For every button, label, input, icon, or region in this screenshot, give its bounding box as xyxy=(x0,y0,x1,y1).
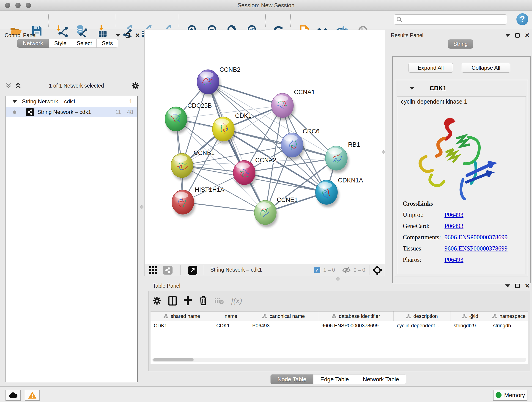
node-table: shared namenamecanonical namedatabase id… xyxy=(151,311,528,364)
help-button[interactable]: ? xyxy=(516,13,528,25)
main-toolbar: ? xyxy=(0,11,532,29)
column-header-database-identifier[interactable]: database identifier xyxy=(318,312,394,321)
maximize-panel-icon[interactable] xyxy=(126,33,130,38)
network-canvas[interactable]: CCNB2CCNA1CDC25BCDK1CDC6RB1CCNB1CCNA2CDK… xyxy=(144,30,385,264)
node-label-HIST1H1A: HIST1H1A xyxy=(195,186,224,193)
grid-view-button[interactable] xyxy=(149,266,157,275)
node-RB1[interactable] xyxy=(325,146,349,173)
maximize-panel-icon[interactable] xyxy=(515,33,520,38)
horizontal-scrollbar[interactable] xyxy=(152,358,526,362)
detach-view-button[interactable] xyxy=(188,266,197,275)
column-header-shared-name[interactable]: shared name xyxy=(151,312,213,321)
selected-counter: 1 – 0 xyxy=(323,267,335,273)
crosslink-tissues[interactable]: 9606.ENSP00000378699 xyxy=(444,245,507,252)
function-builder-button[interactable]: f(x) xyxy=(231,296,242,305)
node-CCNA1[interactable] xyxy=(272,93,295,120)
tree-expand-icon[interactable] xyxy=(12,100,17,103)
network-collection-row[interactable]: String Network – cdk1 1 xyxy=(6,96,137,107)
column-header-label: namespace xyxy=(500,313,526,319)
delete-column-button[interactable] xyxy=(199,296,207,306)
table-cell[interactable]: stringdb xyxy=(490,321,528,330)
node-CCNB2[interactable] xyxy=(197,70,220,97)
expand-all-button[interactable]: Expand All xyxy=(409,63,453,73)
toolbar-separator xyxy=(265,14,266,27)
gene-details: cyclin-dependent kinase 1 xyxy=(397,96,526,274)
warnings-button[interactable] xyxy=(25,390,40,401)
node-label-CDC6: CDC6 xyxy=(303,128,320,135)
global-search-field[interactable] xyxy=(394,14,507,25)
right-splitter-handle[interactable] xyxy=(382,150,385,153)
collapse-all-button[interactable]: Collapse All xyxy=(462,63,510,73)
float-panel-icon[interactable] xyxy=(505,34,510,37)
memory-button[interactable]: Memory xyxy=(493,390,527,401)
results-panel-title: Results Panel xyxy=(391,32,423,38)
node-CDKN1A[interactable] xyxy=(316,180,339,207)
hidden-counter: 0 – 0 xyxy=(354,267,365,273)
crosslink-compartments[interactable]: 9606.ENSP00000378699 xyxy=(444,234,507,241)
tab-style[interactable]: Style xyxy=(49,39,72,48)
scrollbar-thumb[interactable] xyxy=(153,358,194,361)
close-panel-icon[interactable]: ✕ xyxy=(525,284,530,288)
column-header-namespace[interactable]: namespace xyxy=(490,312,528,321)
tab-edge-table[interactable]: Edge Table xyxy=(313,374,356,384)
tab-network[interactable]: Network xyxy=(17,39,49,48)
node-HIST1H1A[interactable] xyxy=(172,190,195,217)
crosslink-uniprot[interactable]: P06493 xyxy=(444,211,463,218)
expand-all-icon[interactable] xyxy=(15,83,22,89)
table-cell[interactable]: CDK1 xyxy=(151,321,213,330)
tab-sets[interactable]: Sets xyxy=(97,39,118,48)
left-splitter-handle[interactable] xyxy=(140,205,143,209)
table-header-row: shared namenamecanonical namedatabase id… xyxy=(151,312,528,321)
network-view-mode-button[interactable] xyxy=(163,266,172,274)
tab-string[interactable]: String xyxy=(448,39,473,49)
show-columns-button[interactable] xyxy=(168,296,177,306)
cloud-status-button[interactable] xyxy=(6,390,21,401)
control-panel: Control Panel ✕ Network Style Select Set… xyxy=(3,30,142,384)
birds-eye-toggle-button[interactable] xyxy=(373,265,382,276)
selected-nodes-checkbox[interactable]: ✓ xyxy=(314,267,320,273)
gear-icon[interactable] xyxy=(131,82,139,90)
float-panel-icon[interactable] xyxy=(505,284,510,287)
column-header-label: canonical name xyxy=(269,313,305,319)
table-gear-button[interactable] xyxy=(152,296,162,305)
node-CCNE1[interactable] xyxy=(254,200,278,227)
tab-node-table[interactable]: Node Table xyxy=(270,374,313,384)
table-row[interactable]: CDK1CDK1P064939606.ENSP00000378699cyclin… xyxy=(151,321,528,330)
column-header-description[interactable]: description xyxy=(394,312,450,321)
crosslink-label: GeneCard: xyxy=(403,223,444,230)
node-CCNA2[interactable] xyxy=(233,160,257,187)
crosslink-pharos[interactable]: P06493 xyxy=(444,256,463,263)
crosslink-label: Pharos: xyxy=(403,256,444,263)
node-CDK1[interactable] xyxy=(212,117,236,144)
column-header-name[interactable]: name xyxy=(213,312,249,321)
close-panel-icon[interactable]: ✕ xyxy=(135,33,140,38)
collapse-gene-icon[interactable] xyxy=(409,87,414,90)
table-cell[interactable]: cyclin-dependent ... xyxy=(394,321,450,330)
create-column-button[interactable] xyxy=(184,296,192,305)
collapse-all-icon[interactable] xyxy=(5,83,12,89)
gene-name: CDK1 xyxy=(430,85,447,92)
delete-table-button[interactable] xyxy=(214,297,224,305)
edge-CCNE1-HIST1H1A[interactable] xyxy=(183,202,265,212)
tab-select[interactable]: Select xyxy=(72,39,97,48)
table-cell[interactable]: 9606.ENSP00000378699 xyxy=(318,321,394,330)
crosslink-genecard[interactable]: P06493 xyxy=(444,223,463,230)
column-header--id[interactable]: @id xyxy=(450,312,490,321)
gene-section-header[interactable]: CDK1 xyxy=(395,80,528,96)
column-header-canonical-name[interactable]: canonical name xyxy=(249,312,318,321)
node-CDC25B[interactable] xyxy=(165,107,188,134)
maximize-panel-icon[interactable] xyxy=(515,284,520,288)
network-row-selected[interactable]: String Network – cdk1 11 48 xyxy=(6,107,137,117)
column-type-icon xyxy=(492,314,497,319)
grid-icon xyxy=(149,266,157,274)
table-cell[interactable]: CDK1 xyxy=(213,321,249,330)
bottom-splitter-handle[interactable] xyxy=(336,277,340,281)
string-results-container: Expand All Collapse All CDK1 cyclin-depe… xyxy=(392,56,531,283)
table-cell[interactable]: stringdb:9... xyxy=(450,321,490,330)
tab-network-table[interactable]: Network Table xyxy=(356,374,406,384)
float-panel-icon[interactable] xyxy=(115,34,120,37)
table-cell[interactable]: P06493 xyxy=(249,321,318,330)
search-input[interactable] xyxy=(402,17,501,22)
network-tree: String Network – cdk1 1 String Network –… xyxy=(6,96,138,382)
close-panel-icon[interactable]: ✕ xyxy=(525,33,530,38)
